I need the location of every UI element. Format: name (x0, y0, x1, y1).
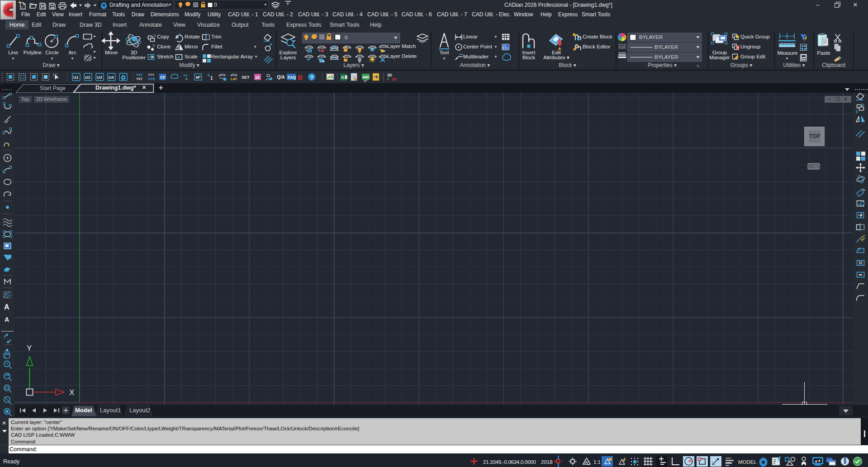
svg-text:TXT: TXT (136, 77, 143, 81)
svg-text:X: X (341, 75, 344, 80)
svg-text:2D: 2D (392, 77, 397, 81)
svg-text:U3: U3 (97, 75, 102, 80)
svg-text:+: + (207, 73, 210, 78)
svg-text:A: A (5, 316, 9, 323)
svg-text:1: 1 (210, 76, 213, 81)
svg-text:CF: CF (160, 75, 166, 80)
svg-text:M²: M² (196, 75, 201, 80)
svg-text:÷: ÷ (185, 77, 188, 81)
svg-text:SET: SET (242, 75, 250, 80)
svg-text:Y: Y (27, 344, 32, 353)
svg-text:FAQ: FAQ (288, 75, 296, 80)
svg-text:X: X (69, 388, 74, 397)
svg-text:CVS: CVS (148, 77, 155, 81)
svg-text:TXT: TXT (136, 73, 143, 77)
svg-text:LAY: LAY (231, 77, 237, 81)
svg-text:Q/A: Q/A (277, 75, 285, 80)
svg-text:U2: U2 (85, 75, 90, 80)
svg-text:ABC: ABC (362, 75, 370, 79)
svg-text:?: ? (310, 75, 313, 80)
svg-text:U4: U4 (109, 75, 114, 80)
svg-text:U1: U1 (73, 75, 79, 80)
svg-text:A: A (4, 303, 9, 311)
svg-text:10: 10 (255, 75, 260, 80)
svg-text:R: R (298, 74, 303, 81)
svg-text:???: ??? (148, 73, 154, 77)
